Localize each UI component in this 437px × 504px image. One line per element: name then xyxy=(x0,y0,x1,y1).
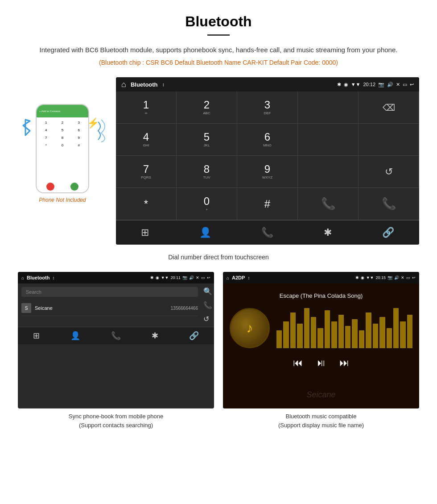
dial-empty-4 xyxy=(298,156,359,188)
contact-avatar: S xyxy=(21,303,31,313)
pb-nav-phone[interactable]: 📞 xyxy=(111,331,121,341)
bluetooth-icon xyxy=(19,117,32,137)
pb-home-icon[interactable]: ⌂ xyxy=(21,275,24,280)
pb-nav-grid[interactable]: ⊞ xyxy=(33,331,40,341)
dial-key-7[interactable]: 7 PQRS xyxy=(116,156,177,188)
search-placeholder: Search xyxy=(26,289,41,295)
pb-refresh-icon[interactable]: ↺ xyxy=(203,315,212,323)
dial-bottom-nav: ⊞ 👤 📞 ✱ 🔗 xyxy=(116,220,419,245)
pb-back[interactable]: ↩ xyxy=(207,275,210,280)
dial-key-4[interactable]: 4 GHI xyxy=(116,124,177,156)
eq-bar xyxy=(407,315,412,348)
call-button[interactable] xyxy=(70,183,78,191)
pb-close[interactable]: ✕ xyxy=(196,275,199,280)
dial-key-5[interactable]: 5 JKL xyxy=(177,124,237,156)
music-home-icon[interactable]: ⌂ xyxy=(227,275,229,280)
dial-key-0[interactable]: 0 + xyxy=(177,188,237,220)
next-button[interactable]: ⏭ xyxy=(339,357,349,369)
dial-key-3[interactable]: 3 DEF xyxy=(237,92,298,124)
music-title: A2DP xyxy=(232,275,245,280)
nav-bluetooth-icon[interactable]: ✱ xyxy=(317,225,339,240)
equalizer xyxy=(276,308,412,348)
play-pause-button[interactable]: ⏯ xyxy=(316,357,326,369)
contact-number: 13566664466 xyxy=(171,306,198,311)
dial-call-green[interactable]: 📞 xyxy=(298,188,359,220)
phonebook-caption: Sync phone-book from mobile phone(Suppor… xyxy=(18,412,214,429)
music-loc-icon: ◉ xyxy=(361,275,364,280)
nav-contacts-icon[interactable]: 👤 xyxy=(192,225,218,240)
phone-status-label: MORE xyxy=(76,110,86,113)
signal-icon: ▼▼ xyxy=(351,82,361,87)
pb-nav-link[interactable]: 🔗 xyxy=(189,331,199,341)
green-call-icon: 📞 xyxy=(321,197,335,211)
bottom-screens: ⌂ Bluetooth ↕ ✱ ◉ ▼▼ 20:11 📷 🔊 ✕ ▭ ↩ xyxy=(18,272,419,429)
eq-bar xyxy=(400,321,405,348)
pb-bottom-nav: ⊞ 👤 📞 ✱ 🔗 xyxy=(18,327,214,344)
dial-key-2[interactable]: 2 ABC xyxy=(177,92,237,124)
window-icon[interactable]: ▭ xyxy=(403,82,407,87)
music-window[interactable]: ▭ xyxy=(406,275,410,280)
statusbar-right: ✱ ◉ ▼▼ 20:12 📷 🔊 ✕ ▭ ↩ xyxy=(337,82,414,87)
page-container: Bluetooth Integrated with BC6 Bluetooth … xyxy=(0,0,437,443)
dial-refresh[interactable]: ↺ xyxy=(359,156,419,188)
contact-name: Seicane xyxy=(35,305,167,311)
dial-key-6[interactable]: 6 MNO xyxy=(237,124,298,156)
eq-bar xyxy=(393,308,399,348)
pb-loc-icon: ◉ xyxy=(156,275,159,280)
close-icon[interactable]: ✕ xyxy=(396,82,400,87)
dial-key-star[interactable]: * xyxy=(116,188,177,220)
bluetooth-signal-icon: ⚡ xyxy=(87,117,109,144)
end-call-button[interactable] xyxy=(46,183,54,191)
dial-key-hash[interactable]: # xyxy=(237,188,298,220)
song-title: Escape (The Pina Colada Song) xyxy=(280,292,363,299)
backspace-icon: ⌫ xyxy=(383,102,395,113)
nav-link-icon[interactable]: 🔗 xyxy=(375,225,401,240)
pb-nav-bt[interactable]: ✱ xyxy=(152,331,158,341)
dial-key-9[interactable]: 9 WXYZ xyxy=(237,156,298,188)
phonebook-area: Search S Seicane 13566664466 xyxy=(18,283,202,320)
dial-call-red[interactable]: 📞 xyxy=(359,188,419,220)
pb-content: Search S Seicane 13566664466 🔍 📞 ↺ xyxy=(18,283,214,327)
music-close[interactable]: ✕ xyxy=(401,275,404,280)
pb-bt-icon: ✱ xyxy=(150,275,154,280)
dial-key-8[interactable]: 8 TUV xyxy=(177,156,237,188)
eq-bar xyxy=(317,328,323,348)
prev-button[interactable]: ⏮ xyxy=(293,357,303,369)
time-display: 20:12 xyxy=(363,82,375,87)
pb-main-area: Search S Seicane 13566664466 xyxy=(18,283,202,327)
dial-key-1[interactable]: 1 ∞ xyxy=(116,92,177,124)
phone-bottom-bar xyxy=(37,181,88,192)
pb-search-icon[interactable]: 🔍 xyxy=(203,287,212,296)
nav-dialpad-icon[interactable]: ⊞ xyxy=(134,225,156,240)
eq-bar xyxy=(311,317,316,348)
eq-bar xyxy=(297,324,302,348)
nav-phone-icon[interactable]: 📞 xyxy=(254,225,280,240)
home-icon[interactable]: ⌂ xyxy=(121,80,126,89)
music-caption: Bluetooth music compatible(Support displ… xyxy=(223,412,419,429)
search-bar[interactable]: Search xyxy=(21,287,198,297)
pb-title: Bluetooth xyxy=(27,275,49,280)
phone-not-included-label: Phone Not Included xyxy=(31,197,94,203)
eq-bar xyxy=(338,315,344,348)
eq-bar xyxy=(352,319,357,348)
music-back[interactable]: ↩ xyxy=(412,275,416,280)
contact-row[interactable]: S Seicane 13566664466 xyxy=(21,300,198,316)
watermark: Seicane xyxy=(306,390,335,400)
dial-empty-3 xyxy=(359,124,419,156)
eq-bar xyxy=(276,330,282,348)
dial-empty-1 xyxy=(298,92,359,124)
add-contacts-label: + Add to Contacts xyxy=(39,110,61,112)
pb-nav-person[interactable]: 👤 xyxy=(70,331,80,341)
music-main-area: ♪ xyxy=(230,308,412,348)
pb-vol: 🔊 xyxy=(189,275,194,280)
pb-window[interactable]: ▭ xyxy=(201,275,205,280)
pb-call-icon[interactable]: 📞 xyxy=(203,301,212,309)
phone-screen-top: + Add to Contacts MORE xyxy=(37,105,88,117)
back-icon[interactable]: ↩ xyxy=(410,82,414,87)
dial-screen: ⌂ Bluetooth ↕ ✱ ◉ ▼▼ 20:12 📷 🔊 ✕ ▭ ↩ xyxy=(116,77,419,245)
pb-statusbar-right: ✱ ◉ ▼▼ 20:11 📷 🔊 ✕ ▭ ↩ xyxy=(150,275,210,280)
eq-bar xyxy=(379,317,385,348)
dial-backspace[interactable]: ⌫ xyxy=(359,92,419,124)
music-note-icon: ♪ xyxy=(247,321,253,336)
title-divider xyxy=(207,34,230,36)
